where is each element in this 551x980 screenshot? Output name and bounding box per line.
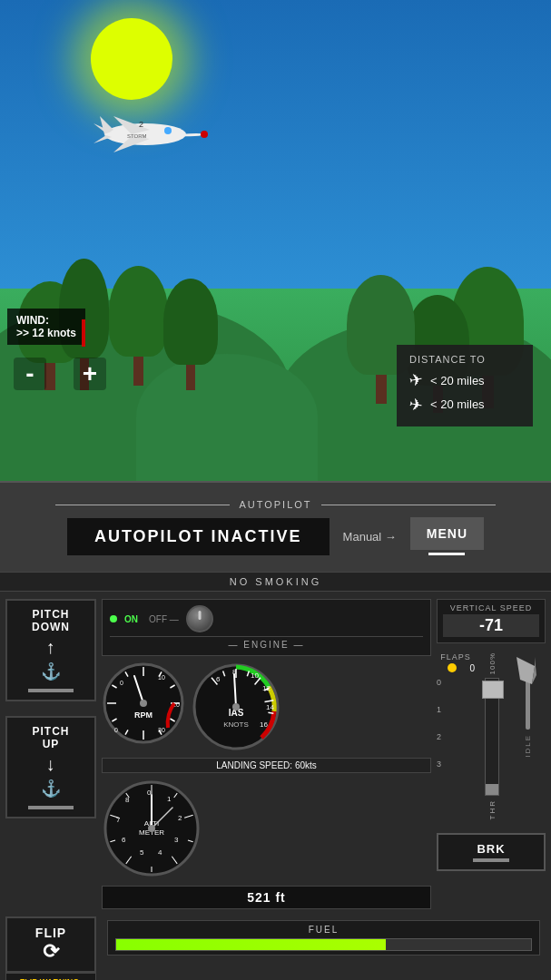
- flaps-tick-2: 2: [437, 732, 475, 741]
- flip-button[interactable]: FLIP ⟳: [5, 916, 96, 973]
- instrument-panel: NO SMOKING PITCHDOWN ↑ ⚓ PITCHUP ↓ ⚓: [0, 572, 551, 980]
- vertical-speed-value: -71: [443, 614, 539, 637]
- svg-text:STORM: STORM: [127, 133, 147, 139]
- vertical-speed-box: VERTICAL SPEED -71: [437, 599, 546, 643]
- autopilot-status-row: AUTOPILOT INACTIVE Manual → MENU: [67, 517, 484, 555]
- flaps-value: 0: [469, 663, 475, 673]
- svg-text:6: 6: [122, 836, 126, 844]
- engine-row: ON OFF —: [110, 605, 423, 632]
- red-indicator: [82, 319, 85, 347]
- thr-track[interactable]: [485, 678, 499, 796]
- svg-text:1: 1: [167, 795, 172, 803]
- flip-symbol-icon: ⟳: [13, 940, 89, 964]
- svg-text:0: 0: [120, 680, 123, 686]
- pitch-up-button[interactable]: PITCHUP ↓ ⚓: [5, 716, 96, 818]
- ias-gauge-wrapper: 6 8 10 12 14 16 IAS KNOTS: [191, 662, 281, 752]
- flaps-title: FLAPS: [437, 652, 475, 662]
- rpm-gauge: 0 10 20 30 0 RPM: [102, 662, 185, 745]
- thr-label: THR: [488, 799, 497, 819]
- right-col: VERTICAL SPEED -71 FLAPS 0 0 1 2 3: [437, 599, 546, 909]
- wind-box: WIND: >> 12 knots: [7, 309, 85, 345]
- svg-text:16: 16: [260, 720, 268, 729]
- svg-point-44: [232, 703, 240, 710]
- pitch-up-arrow-icon: ↓: [46, 754, 56, 775]
- svg-text:0: 0: [114, 727, 118, 733]
- ias-gauge: 6 8 10 12 14 16 IAS KNOTS: [191, 662, 281, 752]
- autopilot-section-label: AUTOPILOT: [230, 499, 320, 510]
- sun: [91, 18, 172, 100]
- brk-bar: [473, 858, 509, 862]
- gauges-row: 0 10 20 30 0 RPM: [102, 662, 431, 752]
- autopilot-label-row: AUTOPILOT: [55, 499, 497, 510]
- flaps-box: FLAPS 0 0 1 2 3: [437, 652, 475, 820]
- instruments-main-row: PITCHDOWN ↑ ⚓ PITCHUP ↓ ⚓: [0, 592, 551, 916]
- ap-line-right: [321, 505, 497, 505]
- autopilot-status[interactable]: AUTOPILOT INACTIVE: [67, 518, 330, 555]
- svg-rect-70: [526, 680, 530, 730]
- thr-col: 100% THR: [478, 652, 506, 820]
- thr-handle[interactable]: [482, 681, 504, 699]
- zoom-controls: - +: [14, 358, 106, 390]
- flip-section: FLIP ⟳ FLIP WARNING: Very fuel consuming: [5, 916, 96, 980]
- axe-icon: [509, 652, 546, 734]
- brk-label: BRK: [477, 842, 505, 856]
- engine-box: ON OFF — — ENGINE —: [102, 599, 431, 656]
- no-smoking-banner: NO SMOKING: [0, 572, 551, 592]
- svg-text:14: 14: [266, 703, 274, 711]
- pitch-down-bar: [28, 689, 74, 692]
- thr-fill: [486, 784, 498, 796]
- pitch-down-button[interactable]: PITCHDOWN ↑ ⚓: [5, 599, 96, 701]
- instruments-bottom: FLIP ⟳ FLIP WARNING: Very fuel consuming…: [0, 916, 551, 980]
- svg-text:KNOTS: KNOTS: [223, 720, 249, 729]
- autopilot-bar: AUTOPILOT AUTOPILOT INACTIVE Manual → ME…: [0, 481, 551, 572]
- pitch-up-label: PITCHUP: [33, 725, 70, 750]
- fuel-bar-fill: [116, 939, 386, 950]
- svg-text:3: 3: [174, 836, 179, 844]
- altimeter-row: 0 1 2 3 4 5 6 7 8 ALTI METER: [102, 779, 431, 878]
- svg-text:6: 6: [216, 675, 221, 683]
- svg-text:2: 2: [139, 120, 143, 129]
- flaps-tick-1: 1: [437, 705, 475, 714]
- middle-col: ON OFF — — ENGINE —: [102, 599, 431, 909]
- svg-text:RPM: RPM: [134, 710, 153, 720]
- svg-text:5: 5: [140, 848, 144, 857]
- fuel-title: FUEL: [115, 925, 532, 935]
- distance-value-1: < 20 miles: [430, 374, 485, 387]
- wind-value: >> 12 knots: [16, 327, 76, 339]
- plane-icon-2: ✈: [408, 393, 425, 415]
- distance-value-2: < 20 miles: [430, 397, 485, 411]
- pitch-down-arrow-icon: ↑: [46, 637, 56, 658]
- engine-off-label: OFF —: [149, 614, 179, 624]
- engine-knob[interactable]: [186, 605, 213, 632]
- svg-point-24: [140, 700, 147, 707]
- zoom-in-button[interactable]: +: [74, 358, 106, 390]
- ap-line-left: [55, 505, 231, 505]
- menu-button[interactable]: MENU: [410, 517, 484, 555]
- tree-3: [109, 266, 168, 386]
- zoom-out-button[interactable]: -: [14, 358, 46, 390]
- pitch-up-inner: PITCHUP ↓ ⚓: [13, 725, 89, 809]
- svg-point-2: [164, 127, 172, 134]
- svg-text:12: 12: [262, 684, 271, 692]
- svg-text:10: 10: [251, 671, 259, 680]
- pitch-down-label: PITCHDOWN: [32, 608, 70, 633]
- wind-label: WIND:: [16, 314, 76, 327]
- brk-button[interactable]: BRK: [437, 833, 546, 871]
- engine-label: — ENGINE —: [110, 636, 423, 650]
- distance-row-1: ✈ < 20 miles: [409, 370, 520, 390]
- pitch-up-bar: [28, 806, 74, 809]
- flaps-indicator: [448, 663, 457, 672]
- flaps-thr-row: FLAPS 0 0 1 2 3 100%: [437, 652, 546, 820]
- altitude-display: 521 ft: [102, 886, 431, 909]
- svg-text:2: 2: [178, 814, 182, 822]
- distance-row-2: ✈ < 20 miles: [409, 394, 520, 414]
- flaps-tick-0: 0: [437, 678, 475, 687]
- distance-title: DISTANCE TO: [409, 354, 520, 365]
- airplane: 2 STORM: [77, 98, 213, 165]
- fuel-section: FUEL: [102, 916, 546, 980]
- landing-speed-label: LANDING SPEED: 60kts: [102, 758, 431, 773]
- altimeter-gauge: 0 1 2 3 4 5 6 7 8 ALTI METER: [102, 779, 202, 878]
- svg-text:30: 30: [158, 727, 165, 733]
- engine-on-indicator: [110, 615, 117, 622]
- menu-underline: [428, 553, 465, 555]
